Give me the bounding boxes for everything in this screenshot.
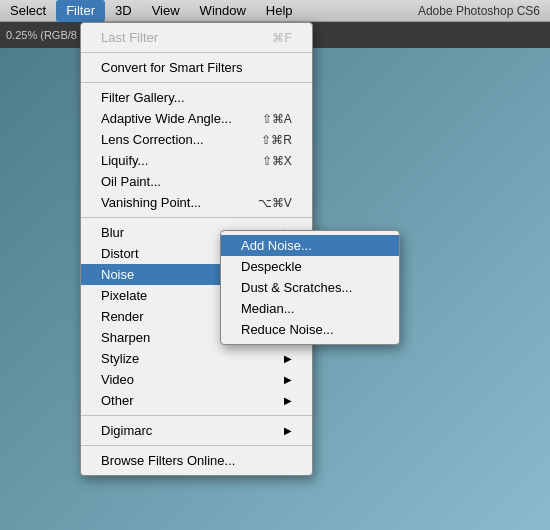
separator-2: [81, 82, 312, 83]
noise-dust-scratches[interactable]: Dust & Scratches...: [221, 277, 399, 298]
filter-stylize[interactable]: Stylize ▶: [81, 348, 312, 369]
menubar-filter[interactable]: Filter: [56, 0, 105, 22]
filter-adaptive-wide[interactable]: Adaptive Wide Angle... ⇧⌘A: [81, 108, 312, 129]
separator-4: [81, 415, 312, 416]
noise-reduce-noise[interactable]: Reduce Noise...: [221, 319, 399, 340]
filter-browse-online[interactable]: Browse Filters Online...: [81, 450, 312, 471]
filter-vanishing-point[interactable]: Vanishing Point... ⌥⌘V: [81, 192, 312, 213]
filter-gallery[interactable]: Filter Gallery...: [81, 87, 312, 108]
menubar-help[interactable]: Help: [256, 0, 303, 22]
filter-last-filter[interactable]: Last Filter ⌘F: [81, 27, 312, 48]
separator-3: [81, 217, 312, 218]
filter-other[interactable]: Other ▶: [81, 390, 312, 411]
filter-video[interactable]: Video ▶: [81, 369, 312, 390]
noise-despeckle[interactable]: Despeckle: [221, 256, 399, 277]
noise-submenu: Add Noise... Despeckle Dust & Scratches.…: [220, 230, 400, 345]
app-title: Adobe Photoshop CS6: [418, 0, 550, 22]
noise-median[interactable]: Median...: [221, 298, 399, 319]
menubar-view[interactable]: View: [142, 0, 190, 22]
filter-digimarc[interactable]: Digimarc ▶: [81, 420, 312, 441]
separator-5: [81, 445, 312, 446]
menubar-window[interactable]: Window: [190, 0, 256, 22]
filter-oil-paint[interactable]: Oil Paint...: [81, 171, 312, 192]
menubar-select[interactable]: Select: [0, 0, 56, 22]
menubar: Select Filter 3D View Window Help Adobe …: [0, 0, 550, 22]
opacity-label: 0.25% (RGB/8: [6, 29, 77, 41]
filter-convert-smart[interactable]: Convert for Smart Filters: [81, 57, 312, 78]
separator-1: [81, 52, 312, 53]
filter-lens-correction[interactable]: Lens Correction... ⇧⌘R: [81, 129, 312, 150]
filter-liquify[interactable]: Liquify... ⇧⌘X: [81, 150, 312, 171]
noise-add-noise[interactable]: Add Noise...: [221, 235, 399, 256]
menubar-3d[interactable]: 3D: [105, 0, 142, 22]
